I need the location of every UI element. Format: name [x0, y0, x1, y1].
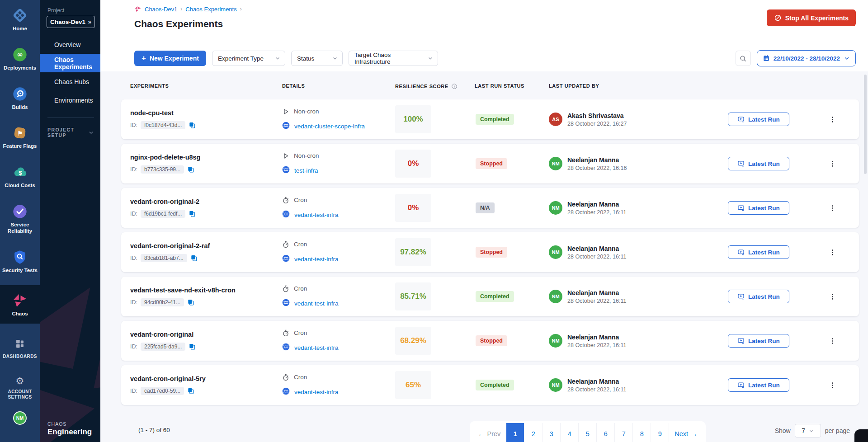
rail-label: Deployments [4, 65, 36, 71]
new-experiment-button[interactable]: + New Experiment [134, 51, 206, 66]
rail-item-account-settings[interactable]: ⚙ ACCOUNT SETTINGS [0, 372, 40, 403]
page-button-6[interactable]: 6 [596, 423, 614, 442]
experiment-type-filter[interactable]: Experiment Type [212, 51, 285, 66]
sidebar-item-chaos-hubs[interactable]: Chaos Hubs [40, 72, 100, 91]
latest-run-button[interactable]: Latest Run [728, 290, 789, 303]
rail-item-service-reliability[interactable]: Service Reliability [0, 201, 40, 237]
copy-icon[interactable] [190, 254, 198, 262]
rail-user-avatar[interactable]: NM [0, 409, 40, 428]
infrastructure-link[interactable]: vedant-test-infra [294, 300, 339, 307]
row-menu-button[interactable] [806, 337, 859, 345]
stop-all-experiments-button[interactable]: Stop All Experiments [767, 9, 856, 26]
latest-run-button[interactable]: Latest Run [728, 113, 789, 126]
row-menu-button[interactable] [806, 116, 859, 123]
chaos-breadcrumb-icon [134, 5, 142, 13]
status-badge: N/A [476, 202, 495, 213]
infrastructure-link[interactable]: vedant-test-infra [294, 212, 339, 218]
project-sidebar: Project Chaos-Dev1 » Overview Chaos Expe… [40, 0, 100, 442]
prev-page-button[interactable]: ← Prev [472, 423, 506, 442]
page-button-8[interactable]: 8 [632, 423, 651, 442]
rail-item-security-tests[interactable]: Security Tests [0, 246, 40, 277]
copy-icon[interactable] [187, 166, 194, 173]
resilience-score: 0% [395, 194, 431, 222]
sidebar-item-chaos-experiments[interactable]: Chaos Experiments [40, 54, 100, 72]
project-selector-input[interactable]: Chaos-Dev1 » [47, 16, 95, 28]
latest-run-button[interactable]: Latest Run [728, 378, 789, 392]
project-menu: Overview Chaos Experiments Chaos Hubs En… [40, 35, 100, 109]
page-size-select[interactable]: 7 [795, 424, 821, 437]
page-button-7[interactable]: 7 [614, 423, 632, 442]
sidebar-item-overview[interactable]: Overview [40, 35, 100, 54]
row-menu-button[interactable] [806, 293, 859, 301]
rail-item-home[interactable]: Home [0, 5, 40, 35]
latest-run-button[interactable]: Latest Run [728, 201, 789, 215]
row-menu-button[interactable] [806, 381, 859, 389]
schedule-type: Cron [294, 241, 307, 248]
latest-run-button[interactable]: Latest Run [728, 245, 789, 259]
table-row[interactable]: vedant-test-save-nd-exit-v8h-cron ID: 94… [121, 277, 859, 316]
breadcrumb-link-experiments[interactable]: Chaos Experiments [185, 6, 236, 13]
table-row[interactable]: nginx-pod-delete-u8sg ID: b773c335-99...… [121, 144, 859, 183]
kubernetes-icon [282, 387, 290, 397]
chat-widget-corner[interactable] [854, 429, 868, 442]
page-button-9[interactable]: 9 [651, 423, 669, 442]
status-badge: Completed [476, 380, 514, 390]
copy-icon[interactable] [187, 387, 194, 395]
rail-item-cloud-costs[interactable]: $ Cloud Costs [0, 161, 40, 192]
sidebar-item-environments[interactable]: Environments [40, 91, 100, 109]
chaos-icon [12, 292, 28, 309]
row-menu-button[interactable] [806, 204, 859, 212]
page-button-1[interactable]: 1 [506, 423, 524, 442]
rail-label: Cloud Costs [5, 183, 35, 189]
copy-icon[interactable] [187, 299, 194, 306]
rail-label: Chaos [12, 311, 28, 317]
table-row[interactable]: vedant-cron-original-5ry ID: cad17ed0-59… [121, 365, 859, 405]
page-button-3[interactable]: 3 [542, 423, 560, 442]
rail-item-builds[interactable]: Builds [0, 83, 40, 113]
kebab-menu-icon [829, 293, 836, 301]
date-range-picker[interactable]: 22/10/2022 - 28/10/2022 [757, 50, 856, 66]
updated-date: 28 October 2022, 16:11 [567, 298, 626, 304]
target-infrastructure-filter[interactable]: Target Chaos Infrastructure [349, 51, 438, 66]
search-button[interactable] [736, 51, 751, 66]
breadcrumb-link-project[interactable]: Chaos-Dev1 [145, 6, 177, 13]
stopwatch-icon [282, 374, 289, 381]
infrastructure-link[interactable]: vedant-test-infra [294, 256, 339, 263]
table-row[interactable]: vedant-cron-original ID: 225fcad5-da9...… [121, 321, 859, 361]
copy-icon[interactable] [189, 343, 196, 350]
rail-label: Feature Flags [3, 143, 37, 150]
status-badge: Stopped [476, 335, 507, 346]
rail-item-chaos[interactable]: Chaos [0, 285, 40, 324]
info-icon[interactable] [451, 83, 458, 89]
table-row[interactable]: vedant-cron-original-2-raf ID: 83cab181-… [121, 232, 859, 272]
page-button-5[interactable]: 5 [578, 423, 596, 442]
page-button-4[interactable]: 4 [560, 423, 578, 442]
next-page-button[interactable]: Next → [669, 423, 703, 442]
latest-run-button[interactable]: Latest Run [728, 157, 789, 170]
rail-item-feature-flags[interactable]: ⚑ Feature Flags [0, 122, 40, 152]
rail-item-dashboards[interactable]: DASHBOARDS [0, 333, 40, 362]
row-menu-button[interactable] [806, 249, 859, 256]
infrastructure-link[interactable]: vedant-cluster-scope-infra [294, 123, 365, 130]
project-setup-toggle[interactable]: PROJECT SETUP [47, 127, 94, 138]
table-row[interactable]: node-cpu-test ID: f0c187d4-43d... Non-cr… [121, 99, 859, 139]
copy-icon[interactable] [189, 122, 196, 129]
page-button-2[interactable]: 2 [524, 423, 542, 442]
updated-date: 28 October 2022, 16:11 [567, 254, 626, 260]
expand-projects-icon[interactable]: » [88, 19, 91, 25]
column-header-details: DETAILS [282, 80, 395, 89]
infrastructure-link[interactable]: vedant-test-infra [294, 344, 339, 351]
row-menu-button[interactable] [806, 160, 859, 168]
module-brand-small: CHAOS [47, 421, 92, 427]
arrow-right-icon: → [691, 430, 698, 437]
status-filter[interactable]: Status [291, 51, 343, 66]
rail-item-deployments[interactable]: ∞ Deployments [0, 44, 40, 74]
table-row[interactable]: vedant-cron-original-2 ID: f6d19bc1-fedf… [121, 188, 859, 228]
infrastructure-link[interactable]: vedant-test-infra [294, 389, 339, 395]
id-label: ID: [130, 388, 137, 394]
copy-icon[interactable] [189, 210, 196, 217]
avatar: NM [549, 378, 562, 392]
infrastructure-link[interactable]: test-infra [294, 167, 318, 174]
latest-run-button[interactable]: Latest Run [728, 334, 789, 348]
vertical-scrollbar[interactable] [864, 75, 867, 174]
